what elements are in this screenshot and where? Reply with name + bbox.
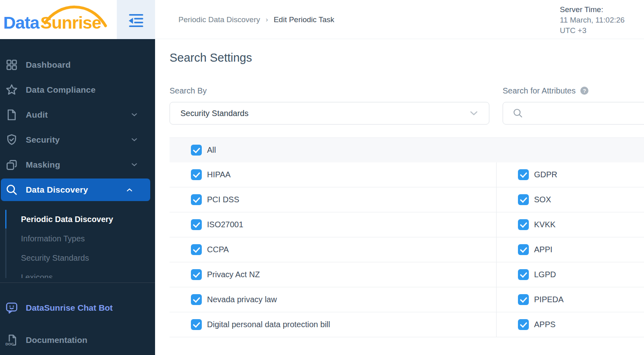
document-icon [5, 108, 18, 121]
search-by-dropdown[interactable]: Security Standards [170, 102, 489, 125]
standard-label: PCI DSS [207, 195, 239, 204]
search-icon [5, 183, 18, 196]
standard-checkbox[interactable] [191, 169, 202, 180]
sidebar-item-masking[interactable]: Masking [0, 152, 155, 177]
sidebar-item-data-discovery[interactable]: Data Discovery [1, 179, 150, 201]
standard-label: APPS [534, 320, 555, 329]
sidebar-item-label: Security [26, 135, 60, 145]
standard-row-digital-personal-data-protection-bill: Digital personal data protection bill [170, 312, 496, 337]
standards-column-left: HIPAAPCI DSSISO27001CCPAPrivacy Act NZNe… [170, 162, 496, 337]
select-all-row: All [170, 137, 644, 162]
search-by-label: Search By [170, 86, 489, 95]
logo-text: DataSunrise [3, 13, 101, 33]
submenu-item-label: Information Types [21, 234, 85, 243]
search-attributes-group: Search for Attributes ? [503, 86, 644, 125]
standards-column-right: GDPRSOXKVKKAPPILGPDPIPEDAAPPS [496, 162, 644, 337]
standard-row-gdpr: GDPR [497, 162, 644, 187]
standard-checkbox[interactable] [518, 244, 529, 255]
breadcrumb-current: Edit Periodic Task [273, 15, 334, 24]
standard-checkbox[interactable] [518, 219, 529, 230]
standard-checkbox[interactable] [518, 294, 529, 305]
standard-checkbox[interactable] [191, 194, 202, 205]
sidebar-footer: DataSunrise Chat Bot DOC Documentation [0, 283, 155, 353]
breadcrumb-parent-link[interactable]: Periodic Data Discovery [178, 15, 260, 24]
sidebar-item-label: Documentation [26, 335, 87, 345]
chevron-down-icon [132, 138, 137, 141]
top-bar: DataSunrise Periodic Data Discovery › Ed… [0, 0, 644, 39]
sidebar-item-label: Data Discovery [26, 185, 88, 195]
search-icon [513, 108, 523, 118]
sidebar-item-dashboard[interactable]: Dashboard [0, 52, 155, 77]
help-icon[interactable]: ? [580, 87, 588, 95]
search-by-selected-value: Security Standards [180, 109, 248, 118]
data-discovery-submenu: Periodic Data Discovery Information Type… [0, 202, 155, 278]
standard-checkbox[interactable] [191, 269, 202, 280]
standard-label: LGPD [534, 270, 556, 279]
standard-label: Privacy Act NZ [207, 270, 260, 279]
chevron-down-icon [132, 113, 137, 116]
submenu-item-lexicons[interactable]: Lexicons [0, 268, 155, 278]
chat-bot-icon [5, 301, 18, 314]
sidebar-item-audit[interactable]: Audit [0, 102, 155, 127]
standard-label: Digital personal data protection bill [207, 320, 330, 329]
standard-checkbox[interactable] [191, 244, 202, 255]
standard-row-ccpa: CCPA [170, 237, 496, 262]
grid-icon [5, 58, 18, 71]
standard-row-pipeda: PIPEDA [497, 287, 644, 312]
chevron-up-icon [127, 188, 132, 191]
select-all-checkbox[interactable] [191, 145, 202, 156]
submenu-item-security-standards[interactable]: Security Standards [0, 248, 155, 268]
standard-label: APPI [534, 245, 553, 254]
sidebar-item-label: Masking [26, 160, 60, 170]
standard-checkbox[interactable] [191, 294, 202, 305]
standard-checkbox[interactable] [191, 319, 202, 330]
sidebar-collapse-button[interactable] [117, 0, 155, 39]
chevron-down-icon [470, 111, 478, 116]
chevron-down-icon [132, 163, 137, 166]
standard-label: Nevada privacy law [207, 295, 277, 304]
search-attributes-input[interactable] [528, 102, 644, 124]
standard-row-nevada-privacy-law: Nevada privacy law [170, 287, 496, 312]
standard-row-pci-dss: PCI DSS [170, 187, 496, 212]
server-time-datetime: 11 March, 11:02:26 [560, 15, 640, 25]
sidebar-item-label: Audit [26, 110, 48, 120]
breadcrumb: Periodic Data Discovery › Edit Periodic … [178, 0, 334, 39]
standard-label: HIPAA [207, 170, 231, 179]
standard-row-iso27001: ISO27001 [170, 212, 496, 237]
page-title: Search Settings [170, 51, 644, 64]
select-all-label: All [207, 145, 216, 155]
standard-checkbox[interactable] [518, 169, 529, 180]
standard-label: SOX [534, 195, 551, 204]
standard-label: PIPEDA [534, 295, 563, 304]
sidebar-item-label: DataSunrise Chat Bot [26, 303, 113, 313]
sidebar-item-chat-bot[interactable]: DataSunrise Chat Bot [0, 295, 155, 320]
search-by-group: Search By Security Standards [170, 86, 489, 125]
search-attributes-box [503, 102, 644, 125]
sidebar-item-label: Data Compliance [26, 85, 95, 95]
svg-text:DOC: DOC [6, 342, 14, 346]
standard-label: GDPR [534, 170, 557, 179]
sidebar-nav: Dashboard Data Compliance Audit Sec [0, 39, 155, 201]
security-standards-list: All HIPAAPCI DSSISO27001CCPAPrivacy Act … [170, 137, 644, 337]
standard-row-lgpd: LGPD [497, 262, 644, 287]
submenu-item-periodic-data-discovery[interactable]: Periodic Data Discovery [0, 210, 155, 229]
server-time: Server Time: 11 March, 11:02:26 UTC +3 [560, 4, 640, 36]
standard-row-hipaa: HIPAA [170, 162, 496, 187]
standard-checkbox[interactable] [518, 194, 529, 205]
standard-checkbox[interactable] [518, 319, 529, 330]
standard-checkbox[interactable] [191, 219, 202, 230]
doc-file-icon: DOC [5, 334, 18, 347]
sidebar-item-security[interactable]: Security [0, 127, 155, 152]
standard-row-privacy-act-nz: Privacy Act NZ [170, 262, 496, 287]
standard-row-appi: APPI [497, 237, 644, 262]
datasunrise-logo[interactable]: DataSunrise [0, 0, 117, 39]
standard-checkbox[interactable] [518, 269, 529, 280]
sidebar-item-data-compliance[interactable]: Data Compliance [0, 77, 155, 102]
collapse-sidebar-icon [127, 10, 145, 29]
sidebar-item-documentation[interactable]: DOC Documentation [0, 328, 155, 353]
shield-check-icon [5, 133, 18, 146]
copy-icon [5, 158, 18, 171]
standard-row-kvkk: KVKK [497, 212, 644, 237]
standard-row-sox: SOX [497, 187, 644, 212]
submenu-item-information-types[interactable]: Information Types [0, 229, 155, 248]
